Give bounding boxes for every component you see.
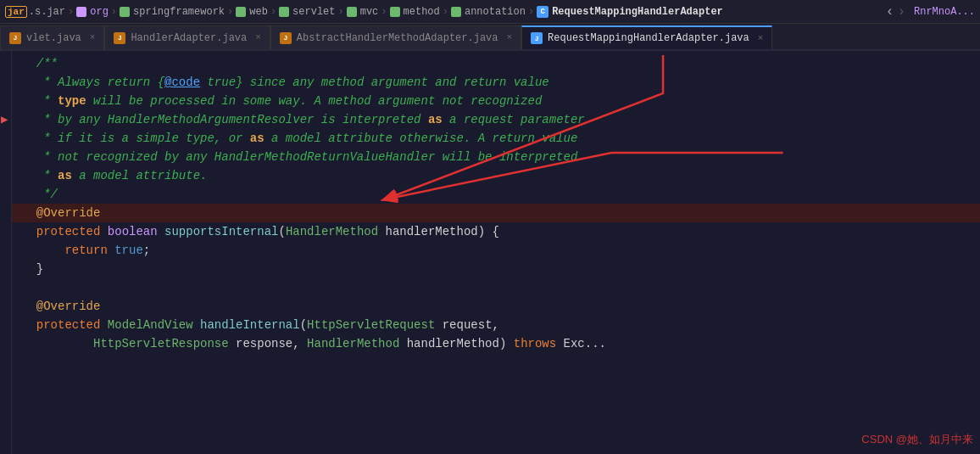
package-icon-2	[120, 7, 130, 17]
tab-icon-request: J	[531, 32, 543, 44]
package-icon-5	[347, 7, 357, 17]
breadcrumb-mvc[interactable]: mvc	[347, 6, 379, 18]
code-type-1: HandlerMethod	[286, 222, 386, 241]
package-icon-6	[390, 7, 400, 17]
tab-abstract-handler[interactable]: J AbstractHandlerMethodAdapter.java ×	[270, 25, 521, 49]
breadcrumb-org[interactable]: org	[76, 6, 109, 18]
tab-icon-handler: J	[114, 32, 125, 44]
code-text-4b: a request parameter	[443, 110, 585, 129]
code-keyword-protected: protected	[22, 222, 108, 241]
code-punc-3: ;	[143, 241, 150, 260]
code-text-7b: a model attribute.	[72, 166, 208, 185]
code-content[interactable]: /** * Always return {@code true} since a…	[12, 51, 980, 454]
code-text-3b: will be processed in some way. A method …	[86, 92, 543, 110]
tab-icon-vlet: J	[9, 32, 21, 44]
code-keyword-as2: as	[250, 129, 264, 148]
jar-icon: jar	[5, 6, 27, 18]
nav-back-icon[interactable]: ‹	[886, 4, 894, 20]
code-line-2: * Always return {@code true} since any m…	[12, 73, 980, 92]
breadcrumb-servlet[interactable]: servlet	[279, 6, 335, 18]
tab-bar: J vlet.java × J HandlerAdapter.java × J …	[0, 24, 980, 51]
code-text-5: * if it is a simple type, or	[22, 129, 250, 148]
code-link-1: @code	[164, 73, 200, 92]
code-keyword-as3: as	[58, 166, 72, 185]
code-text-8: */	[22, 185, 58, 204]
code-type-5: HandlerMethod	[307, 334, 407, 353]
breadcrumb-servlet-label: servlet	[292, 6, 335, 18]
breadcrumb-bar: jar .s.jar › org › springframework › web…	[0, 0, 980, 24]
code-param-1: handlerMethod	[386, 222, 478, 241]
package-icon-4	[279, 7, 289, 17]
tab-label-vlet: vlet.java	[26, 32, 81, 44]
tab-close-vlet[interactable]: ×	[90, 33, 96, 42]
sep5: ›	[338, 6, 344, 18]
code-punc-8: )	[499, 334, 514, 353]
code-punc-1: (	[278, 222, 285, 241]
sep2: ›	[111, 6, 117, 18]
code-blank	[22, 278, 29, 297]
breadcrumb-annotation[interactable]: annotation	[451, 6, 526, 18]
sep1: ›	[68, 6, 74, 18]
sep6: ›	[381, 6, 387, 18]
code-text-6: * not recognized by any HandlerMethodRet…	[22, 148, 577, 166]
code-line-6: * not recognized by any HandlerMethodRet…	[12, 148, 980, 166]
code-line-7: * as a model attribute.	[12, 166, 980, 185]
code-line-9: @Override	[12, 204, 980, 222]
code-text-1: /**	[22, 54, 58, 73]
breadcrumb-method[interactable]: method	[390, 6, 440, 18]
code-punc-7: ,	[292, 334, 307, 353]
code-line-3: * type will be processed in some way. A …	[12, 92, 980, 110]
code-annotation-2: @Override	[22, 297, 100, 316]
code-line-14: @Override	[12, 297, 980, 316]
code-line-4: * by any HandlerMethodArgumentResolver i…	[12, 110, 980, 129]
code-keyword-type: type	[58, 92, 86, 110]
tab-close-handler[interactable]: ×	[255, 33, 261, 42]
breadcrumb-web-label: web	[249, 6, 268, 18]
code-keyword-protected2: protected	[22, 316, 108, 334]
package-icon-3	[236, 7, 246, 17]
code-line-15: protected ModelAndView handleInternal(Ht…	[12, 316, 980, 334]
code-type-4: HttpServletResponse	[22, 334, 236, 353]
code-text-3: *	[22, 92, 58, 110]
tab-request-mapping[interactable]: J RequestMappingHandlerAdapter.java ×	[521, 25, 772, 49]
code-text-2: * Always return {	[22, 73, 164, 92]
code-line-8: */	[12, 185, 980, 204]
code-line-13	[12, 278, 980, 297]
class-icon: C	[537, 6, 548, 18]
code-keyword-boolean: boolean	[108, 222, 164, 241]
editor-area: ▶ /** * Always return {@code true} since…	[0, 51, 980, 454]
breadcrumb-springframework-label: springframework	[133, 6, 225, 18]
breadcrumb-jar-label: .s.jar	[29, 6, 65, 18]
sep8: ›	[528, 6, 534, 18]
tab-label-handler: HandlerAdapter.java	[131, 32, 247, 44]
sep7: ›	[443, 6, 448, 18]
breadcrumb-jar[interactable]: jar .s.jar	[5, 6, 65, 18]
gutter-marker-1: ▶	[1, 112, 8, 126]
code-type-2: ModelAndView	[108, 316, 200, 334]
breadcrumb-class[interactable]: C RequestMappingHandlerAdapter	[537, 6, 723, 18]
code-text-2b: true} since any method argument and retu…	[200, 73, 549, 92]
code-true: true	[114, 241, 143, 260]
tab-vlet-java[interactable]: J vlet.java ×	[0, 25, 104, 49]
code-param-4: handlerMethod	[407, 334, 499, 353]
breadcrumb-springframework[interactable]: springframework	[120, 6, 225, 18]
breadcrumb-class-label: RequestMappingHandlerAdapter	[552, 6, 723, 18]
code-keyword-as1: as	[428, 110, 443, 129]
code-punc-2: ) {	[478, 222, 499, 241]
tab-handler-adapter[interactable]: J HandlerAdapter.java ×	[104, 25, 270, 49]
sep4: ›	[270, 6, 276, 18]
package-icon-7	[451, 7, 461, 17]
code-punc-9: Exc...	[556, 334, 606, 353]
code-line-12: }	[12, 260, 980, 278]
breadcrumb-annotation-label: annotation	[465, 6, 526, 18]
editor-gutter: ▶	[0, 51, 12, 454]
code-text-5b: a model attribute otherwise. A return va…	[264, 129, 578, 148]
tab-close-request[interactable]: ×	[758, 34, 764, 43]
watermark: CSDN @她、如月中来	[861, 432, 973, 447]
code-line-11: return true;	[12, 241, 980, 260]
breadcrumb-web[interactable]: web	[236, 6, 268, 18]
nav-forward-icon[interactable]: ›	[897, 4, 905, 20]
code-type-3: HttpServletRequest	[307, 316, 443, 334]
code-punc-4: }	[22, 260, 43, 278]
tab-close-abstract[interactable]: ×	[507, 33, 513, 42]
